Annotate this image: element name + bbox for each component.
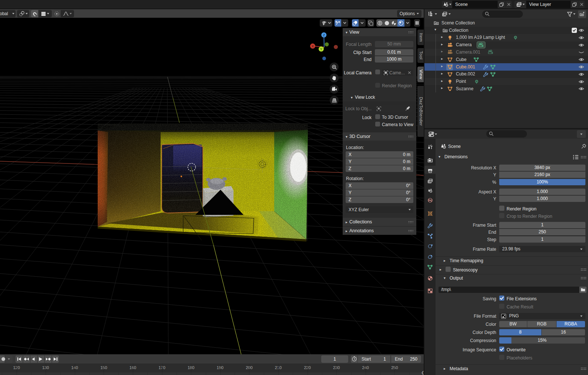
svg-text:Y: Y	[320, 47, 323, 51]
svg-text:Z: Z	[323, 33, 325, 37]
svg-text:X: X	[312, 44, 314, 48]
